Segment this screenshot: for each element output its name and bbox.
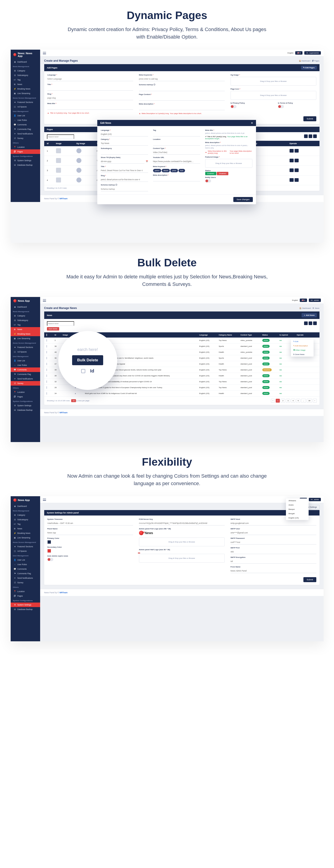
menu-toggle-icon[interactable] bbox=[43, 498, 46, 501]
lang-switch[interactable]: 🇺🇸 ▾ bbox=[295, 51, 302, 55]
submit-button[interactable]: Submit bbox=[303, 577, 316, 582]
page-icon-dropzone[interactable]: Drag & Drop your files or Browse bbox=[231, 91, 316, 100]
sidebar-featured[interactable]: ★Featured Sections bbox=[11, 100, 40, 104]
sidebar-news[interactable]: 🗎News bbox=[11, 526, 40, 531]
smtp-host-input[interactable] bbox=[231, 521, 316, 525]
sidebar-user-roles[interactable]: ⛬User Roles bbox=[11, 562, 40, 567]
search-input[interactable] bbox=[47, 134, 74, 139]
row-checkbox[interactable] bbox=[47, 363, 47, 365]
sidebar-db-backup[interactable]: ⛁Database Backup bbox=[11, 607, 40, 612]
m-content-type[interactable] bbox=[153, 150, 200, 155]
sidebar-breaking[interactable]: ⚡Breaking News bbox=[11, 332, 40, 336]
notify-toggle[interactable] bbox=[205, 179, 211, 183]
row-checkbox[interactable] bbox=[47, 357, 47, 359]
smtp-enc-input[interactable] bbox=[231, 559, 316, 563]
m-featured-dropzone[interactable]: Drag & Drop your files or Browse bbox=[205, 159, 252, 168]
schema-input[interactable] bbox=[139, 87, 225, 91]
close-icon[interactable]: ✕ bbox=[251, 122, 253, 124]
menu-toggle-icon[interactable] bbox=[43, 299, 46, 302]
user-menu[interactable]: Hi , superadmin bbox=[304, 51, 321, 55]
sidebar-ad-spaces[interactable]: ◫Ad Spaces bbox=[11, 549, 40, 553]
sidebar-live[interactable]: ▣Live Streaming bbox=[11, 336, 40, 341]
search-input[interactable] bbox=[47, 321, 74, 326]
sidebar-user-roles[interactable]: ⛬User Roles bbox=[11, 363, 40, 368]
m-expiry[interactable] bbox=[101, 159, 145, 164]
sidebar-featured[interactable]: ★Featured Sections bbox=[11, 345, 40, 349]
lang-switch[interactable]: 🇺🇸 ▾ bbox=[300, 299, 307, 302]
sidebar-send-notif[interactable]: ✈Send Notifications bbox=[11, 576, 40, 580]
m-title[interactable] bbox=[101, 168, 148, 173]
sidebar-comments-flag[interactable]: ⚑Comments Flag bbox=[11, 127, 40, 131]
meta-desc-input[interactable] bbox=[139, 106, 225, 110]
sidebar-db-backup[interactable]: ⛁Database Backup bbox=[11, 408, 40, 412]
menu-toggle-icon[interactable] bbox=[43, 52, 46, 54]
m-subcategory[interactable] bbox=[101, 150, 148, 155]
sidebar-sys-settings[interactable]: ⚙System Settings bbox=[11, 403, 40, 408]
edit-icon[interactable] bbox=[290, 178, 294, 182]
sidebar-breaking[interactable]: ⚡Breaking News bbox=[11, 531, 40, 535]
sidebar-category[interactable]: ⊞Category bbox=[11, 313, 40, 318]
sidebar-tag[interactable]: 🏷Tag bbox=[11, 78, 40, 82]
toolbar-icon[interactable] bbox=[309, 321, 312, 325]
sidebar-user-list[interactable]: 👤User List bbox=[11, 558, 40, 562]
fcm-key-input[interactable] bbox=[139, 521, 225, 525]
sidebar-survey[interactable]: ☑Survey bbox=[11, 136, 40, 141]
sidebar-dashboard[interactable]: ◉Dashboard bbox=[11, 60, 40, 64]
sidebar-news[interactable]: 🗎News bbox=[11, 327, 40, 332]
row-checkbox[interactable] bbox=[47, 386, 47, 389]
user-menu[interactable]: Hi , admin bbox=[309, 299, 321, 302]
submit-button[interactable]: Submit bbox=[303, 116, 316, 121]
privacy-toggle[interactable] bbox=[231, 105, 237, 108]
delete-icon[interactable] bbox=[295, 168, 299, 172]
sidebar-subcategory[interactable]: ⊟Subcategory bbox=[11, 73, 40, 78]
sidebar-sys-settings[interactable]: ⚙System Settings bbox=[11, 158, 40, 163]
sidebar-comments[interactable]: 💬Comments bbox=[11, 122, 40, 127]
sidebar-db-backup[interactable]: ⛁Database Backup bbox=[11, 163, 40, 167]
sidebar-breaking[interactable]: ⚡Breaking News bbox=[11, 87, 40, 91]
sidebar-category[interactable]: ⊞Category bbox=[11, 513, 40, 517]
m-language[interactable] bbox=[101, 132, 148, 136]
terms-toggle[interactable] bbox=[278, 105, 284, 108]
panel-name-input[interactable] bbox=[48, 531, 133, 535]
slug-input[interactable] bbox=[48, 96, 133, 100]
sidebar-ad-spaces[interactable]: ◫Ad Spaces bbox=[11, 349, 40, 354]
m-keywords[interactable]: petroldieselpricefuel bbox=[153, 168, 200, 172]
sidebar-sys-settings[interactable]: ⚙System Settings bbox=[11, 602, 40, 607]
primary-color-swatch[interactable] bbox=[48, 540, 51, 544]
sidebar-comments-flag[interactable]: ⚑Comments Flag bbox=[11, 571, 40, 576]
sidebar-subcategory[interactable]: ⊟Subcategory bbox=[11, 517, 40, 522]
row-checkbox[interactable] bbox=[47, 339, 47, 342]
sidebar-comments[interactable]: 💬Comments bbox=[11, 567, 40, 571]
row-actions-menu[interactable]: ✎ Edit✎ Edit Description🖼 Other Image⎘ C… bbox=[291, 339, 313, 356]
m-schema[interactable] bbox=[101, 187, 148, 191]
sidebar-location[interactable]: 📍Location bbox=[11, 589, 40, 594]
full-logo-dropzone[interactable]: Drag & Drop your files or Browse bbox=[139, 537, 225, 546]
toolbar-icon[interactable] bbox=[304, 321, 308, 325]
row-checkbox[interactable] bbox=[47, 380, 47, 383]
sidebar-subcategory[interactable]: ⊟Subcategory bbox=[11, 318, 40, 322]
sidebar-category[interactable]: ⊞Category bbox=[11, 68, 40, 73]
m-slug[interactable] bbox=[101, 178, 148, 182]
page-content-input[interactable] bbox=[139, 96, 225, 101]
sidebar-user-list[interactable]: 👤User List bbox=[11, 113, 40, 118]
save-changes-button[interactable]: Save changes bbox=[233, 197, 252, 202]
row-checkbox[interactable] bbox=[47, 392, 47, 395]
sidebar-dashboard[interactable]: ◉Dashboard bbox=[11, 305, 40, 309]
edit-icon[interactable] bbox=[290, 149, 294, 153]
calendar-icon[interactable]: 📅 bbox=[146, 160, 148, 162]
delete-icon[interactable] bbox=[295, 178, 299, 182]
m-location[interactable] bbox=[153, 141, 200, 146]
bulk-delete-button[interactable]: Bulk Delete bbox=[47, 327, 59, 331]
auto-delete-toggle[interactable] bbox=[48, 558, 53, 561]
og-image-dropzone[interactable]: Drag & Drop your files or Browse bbox=[231, 77, 316, 86]
sidebar-send-notif[interactable]: ✈Send Notifications bbox=[11, 131, 40, 136]
row-checkbox[interactable] bbox=[47, 351, 47, 353]
sidebar-user-roles[interactable]: ⛬User Roles bbox=[11, 118, 40, 122]
edit-icon[interactable] bbox=[290, 159, 294, 162]
edit-pages-button[interactable]: ✎ Edit Pages bbox=[301, 66, 316, 70]
status-enabled[interactable]: Enabled bbox=[205, 172, 216, 175]
smtp-port-input[interactable] bbox=[231, 550, 316, 554]
sidebar-survey[interactable]: ☑Survey bbox=[11, 580, 40, 585]
sidebar-pages[interactable]: 🗐Pages bbox=[11, 594, 40, 598]
sidebar-tag[interactable]: 🏷Tag bbox=[11, 322, 40, 327]
